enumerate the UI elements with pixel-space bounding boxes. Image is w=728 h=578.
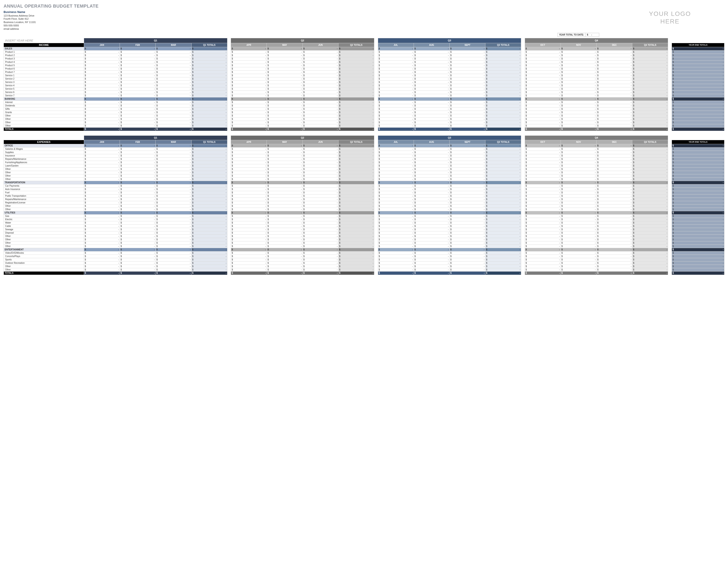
budget-cell[interactable]: $-: [156, 178, 191, 181]
budget-cell[interactable]: $-: [414, 154, 449, 157]
budget-cell[interactable]: $-: [414, 174, 449, 178]
budget-cell[interactable]: $-: [486, 258, 521, 261]
budget-cell[interactable]: $-: [561, 157, 596, 161]
budget-cell[interactable]: $-: [449, 164, 485, 167]
budget-cell[interactable]: $-: [191, 57, 227, 60]
budget-cell[interactable]: $-: [120, 77, 156, 80]
budget-cell[interactable]: $-: [191, 64, 227, 67]
budget-cell[interactable]: $-: [561, 124, 596, 127]
budget-cell[interactable]: $-: [231, 258, 267, 261]
budget-cell[interactable]: $-: [378, 261, 414, 265]
budget-cell[interactable]: $-: [120, 214, 156, 218]
budget-cell[interactable]: $-: [267, 187, 303, 191]
budget-cell[interactable]: $-: [449, 157, 485, 161]
budget-cell[interactable]: $-: [486, 201, 521, 204]
budget-cell[interactable]: $-: [120, 154, 156, 157]
budget-cell[interactable]: $-: [120, 94, 156, 97]
budget-cell[interactable]: $-: [156, 77, 191, 80]
budget-cell[interactable]: $-: [378, 127, 414, 131]
budget-cell[interactable]: $-: [267, 57, 303, 60]
budget-cell[interactable]: $-: [486, 181, 521, 184]
budget-cell[interactable]: $-: [632, 97, 668, 101]
budget-cell[interactable]: $-: [303, 161, 338, 164]
budget-cell[interactable]: $-: [84, 144, 120, 147]
budget-cell[interactable]: $-: [449, 54, 485, 57]
budget-cell[interactable]: $-: [84, 117, 120, 121]
budget-cell[interactable]: $-: [672, 198, 724, 201]
budget-cell[interactable]: $-: [632, 241, 668, 244]
budget-cell[interactable]: $-: [191, 181, 227, 184]
budget-cell[interactable]: $-: [191, 167, 227, 171]
budget-cell[interactable]: $-: [632, 238, 668, 241]
budget-cell[interactable]: $-: [267, 50, 303, 54]
budget-cell[interactable]: $-: [561, 50, 596, 54]
budget-cell[interactable]: $-: [267, 214, 303, 218]
budget-cell[interactable]: $-: [632, 231, 668, 234]
budget-cell[interactable]: $-: [120, 184, 156, 187]
budget-cell[interactable]: $-: [120, 204, 156, 208]
budget-cell[interactable]: $-: [120, 74, 156, 77]
budget-cell[interactable]: $-: [672, 107, 724, 111]
budget-cell[interactable]: $-: [561, 94, 596, 97]
budget-cell[interactable]: $-: [561, 194, 596, 198]
budget-cell[interactable]: $-: [191, 234, 227, 238]
budget-cell[interactable]: $-: [449, 67, 485, 71]
budget-cell[interactable]: $-: [672, 71, 724, 74]
budget-cell[interactable]: $-: [303, 94, 338, 97]
budget-cell[interactable]: $-: [231, 50, 267, 54]
budget-cell[interactable]: $-: [120, 201, 156, 204]
budget-cell[interactable]: $-: [378, 84, 414, 87]
budget-cell[interactable]: $-: [84, 97, 120, 101]
budget-cell[interactable]: $-: [414, 124, 449, 127]
budget-cell[interactable]: $-: [561, 187, 596, 191]
budget-cell[interactable]: $-: [378, 228, 414, 231]
budget-cell[interactable]: $-: [191, 71, 227, 74]
budget-cell[interactable]: $-: [156, 238, 191, 241]
budget-cell[interactable]: $-: [338, 54, 374, 57]
budget-cell[interactable]: $-: [303, 238, 338, 241]
budget-cell[interactable]: $-: [449, 71, 485, 74]
budget-cell[interactable]: $-: [267, 231, 303, 234]
budget-cell[interactable]: $-: [414, 97, 449, 101]
budget-cell[interactable]: $-: [378, 111, 414, 114]
budget-cell[interactable]: $-: [525, 225, 561, 228]
budget-cell[interactable]: $-: [449, 201, 485, 204]
budget-cell[interactable]: $-: [338, 268, 374, 271]
budget-cell[interactable]: $-: [561, 271, 596, 275]
budget-cell[interactable]: $-: [486, 261, 521, 265]
budget-cell[interactable]: $-: [267, 124, 303, 127]
budget-cell[interactable]: $-: [561, 198, 596, 201]
budget-cell[interactable]: $-: [191, 157, 227, 161]
budget-cell[interactable]: $-: [672, 261, 724, 265]
budget-cell[interactable]: $-: [597, 94, 632, 97]
budget-cell[interactable]: $-: [231, 144, 267, 147]
budget-cell[interactable]: $-: [632, 198, 668, 201]
budget-cell[interactable]: $-: [191, 265, 227, 268]
budget-cell[interactable]: $-: [120, 161, 156, 164]
budget-cell[interactable]: $-: [597, 255, 632, 258]
budget-cell[interactable]: $-: [672, 124, 724, 127]
budget-cell[interactable]: $-: [597, 71, 632, 74]
budget-cell[interactable]: $-: [338, 261, 374, 265]
budget-cell[interactable]: $-: [338, 90, 374, 94]
budget-cell[interactable]: $-: [449, 111, 485, 114]
budget-cell[interactable]: $-: [156, 80, 191, 84]
budget-cell[interactable]: $-: [486, 248, 521, 251]
budget-cell[interactable]: $-: [449, 57, 485, 60]
budget-cell[interactable]: $-: [156, 117, 191, 121]
budget-cell[interactable]: $-: [156, 244, 191, 248]
budget-cell[interactable]: $-: [338, 144, 374, 147]
budget-cell[interactable]: $-: [525, 211, 561, 214]
budget-cell[interactable]: $-: [338, 218, 374, 221]
budget-cell[interactable]: $-: [597, 157, 632, 161]
budget-cell[interactable]: $-: [561, 87, 596, 90]
budget-cell[interactable]: $-: [486, 80, 521, 84]
budget-cell[interactable]: $-: [338, 121, 374, 124]
budget-cell[interactable]: $-: [632, 64, 668, 67]
budget-cell[interactable]: $-: [191, 124, 227, 127]
budget-cell[interactable]: $-: [338, 64, 374, 67]
budget-cell[interactable]: $-: [303, 84, 338, 87]
budget-cell[interactable]: $-: [303, 204, 338, 208]
budget-cell[interactable]: $-: [449, 117, 485, 121]
budget-cell[interactable]: $-: [120, 50, 156, 54]
